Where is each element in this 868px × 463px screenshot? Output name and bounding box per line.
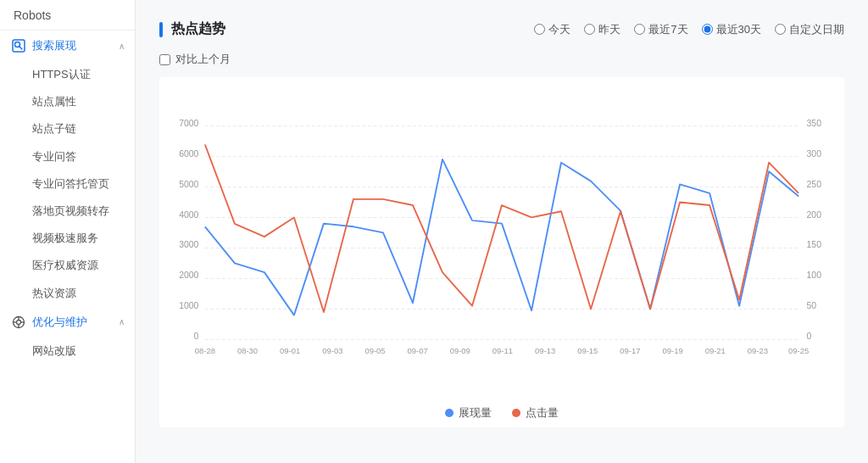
svg-text:0: 0	[807, 332, 812, 341]
svg-text:08-28: 08-28	[195, 346, 215, 355]
svg-text:200: 200	[807, 210, 822, 220]
sidebar-section-search: 搜索展现 ∧ HTTPS认证 站点属性 站点子链 专业问答 专业问答托管页 落地…	[0, 31, 135, 307]
main-content: 热点趋势 今天 昨天 最近7天 最近30天 自定义日期	[136, 0, 868, 463]
svg-text:350: 350	[807, 119, 822, 128]
sidebar-header-search[interactable]: 搜索展现 ∧	[0, 31, 135, 61]
filter-custom-label: 自定义日期	[789, 22, 844, 37]
title-bar-decoration	[159, 22, 163, 37]
svg-text:09-23: 09-23	[748, 346, 768, 355]
sidebar-item-hot-resources[interactable]: 热议资源	[0, 280, 135, 307]
svg-text:09-25: 09-25	[788, 346, 809, 355]
radio-custom[interactable]	[775, 24, 786, 35]
svg-text:6000: 6000	[179, 149, 198, 159]
svg-text:09-19: 09-19	[662, 346, 682, 355]
svg-text:100: 100	[807, 271, 822, 280]
app-title: Robots	[0, 0, 135, 31]
chart-title-text: 热点趋势	[171, 20, 225, 38]
blue-line	[205, 159, 798, 315]
svg-text:09-21: 09-21	[705, 346, 726, 355]
svg-text:09-11: 09-11	[492, 346, 513, 355]
radio-yesterday[interactable]	[584, 24, 595, 35]
svg-text:50: 50	[807, 301, 817, 310]
svg-line-2	[19, 47, 23, 50]
sidebar-section-search-label: 搜索展现	[32, 38, 76, 53]
svg-text:08-30: 08-30	[237, 346, 258, 355]
filter-yesterday-label: 昨天	[598, 22, 620, 37]
chart-wrapper: 0 1000 2000 3000 4000 5000 6000 7000 0 5…	[159, 77, 844, 427]
filter-today[interactable]: 今天	[534, 22, 570, 37]
sidebar-item-faq[interactable]: 专业问答	[0, 143, 135, 170]
sidebar-item-site-props[interactable]: 站点属性	[0, 88, 135, 115]
filter-30days-label: 最近30天	[716, 22, 761, 37]
sidebar-item-video-speed[interactable]: 视频极速服务	[0, 225, 135, 252]
svg-text:09-13: 09-13	[535, 346, 555, 355]
svg-text:2000: 2000	[179, 271, 198, 280]
optimize-icon	[10, 314, 27, 331]
compare-label: 对比上个月	[175, 52, 231, 67]
sidebar-section-optimize-label: 优化与维护	[32, 315, 87, 330]
svg-text:300: 300	[807, 149, 822, 159]
sidebar-section-optimize: 优化与维护 ∧ 网站改版	[0, 307, 135, 365]
svg-text:09-07: 09-07	[408, 346, 428, 355]
sidebar-item-https[interactable]: HTTPS认证	[0, 61, 135, 88]
svg-text:5000: 5000	[179, 180, 198, 189]
compare-row: 对比上个月	[159, 52, 844, 67]
svg-text:250: 250	[807, 180, 822, 189]
svg-text:0: 0	[194, 332, 199, 341]
chart-svg: 0 1000 2000 3000 4000 5000 6000 7000 0 5…	[173, 91, 831, 396]
svg-text:1000: 1000	[179, 301, 198, 310]
legend-impressions-label: 展现量	[459, 405, 492, 421]
legend-clicks: 点击量	[512, 405, 559, 421]
svg-text:09-01: 09-01	[280, 346, 300, 355]
filter-today-label: 今天	[548, 22, 570, 37]
search-icon	[10, 37, 27, 54]
sidebar-item-site-links[interactable]: 站点子链	[0, 115, 135, 142]
radio-today[interactable]	[534, 24, 545, 35]
sidebar-header-optimize[interactable]: 优化与维护 ∧	[0, 307, 135, 337]
chart-legend: 展现量 点击量	[173, 405, 831, 421]
svg-text:4000: 4000	[179, 210, 198, 220]
sidebar-item-medical[interactable]: 医疗权威资源	[0, 252, 135, 279]
radio-7days[interactable]	[634, 24, 645, 35]
filter-yesterday[interactable]: 昨天	[584, 22, 620, 37]
sidebar: Robots 搜索展现 ∧ HTTPS认证 站点属性 站点子链 专业问答 专业问…	[0, 0, 136, 463]
svg-point-4	[17, 320, 21, 324]
filter-7days[interactable]: 最近7天	[634, 22, 687, 37]
sidebar-item-landing-video[interactable]: 落地页视频转存	[0, 198, 135, 225]
chevron-down-icon: ∧	[119, 42, 125, 51]
legend-dot-clicks	[512, 409, 520, 417]
svg-text:150: 150	[807, 240, 822, 249]
svg-text:09-09: 09-09	[450, 346, 470, 355]
chart-header: 热点趋势 今天 昨天 最近7天 最近30天 自定义日期	[159, 20, 844, 38]
filter-custom[interactable]: 自定义日期	[775, 22, 844, 37]
sidebar-item-site-revision[interactable]: 网站改版	[0, 337, 135, 365]
chevron-down-icon-2: ∧	[119, 317, 125, 326]
svg-text:09-15: 09-15	[577, 346, 598, 355]
radio-30days[interactable]	[702, 24, 713, 35]
sidebar-item-faq-managed[interactable]: 专业问答托管页	[0, 170, 135, 198]
legend-dot-impressions	[445, 409, 453, 417]
chart-title: 热点趋势	[159, 20, 225, 38]
red-line	[205, 144, 798, 312]
svg-text:09-05: 09-05	[364, 346, 385, 355]
svg-text:7000: 7000	[179, 119, 198, 128]
svg-text:09-03: 09-03	[322, 346, 342, 355]
compare-checkbox[interactable]	[159, 54, 170, 65]
filter-7days-label: 最近7天	[648, 22, 687, 37]
time-filter-group: 今天 昨天 最近7天 最近30天 自定义日期	[534, 22, 844, 37]
legend-impressions: 展现量	[445, 405, 492, 421]
filter-30days[interactable]: 最近30天	[702, 22, 761, 37]
legend-clicks-label: 点击量	[526, 405, 559, 421]
svg-text:09-17: 09-17	[620, 346, 640, 355]
svg-text:3000: 3000	[179, 240, 198, 249]
